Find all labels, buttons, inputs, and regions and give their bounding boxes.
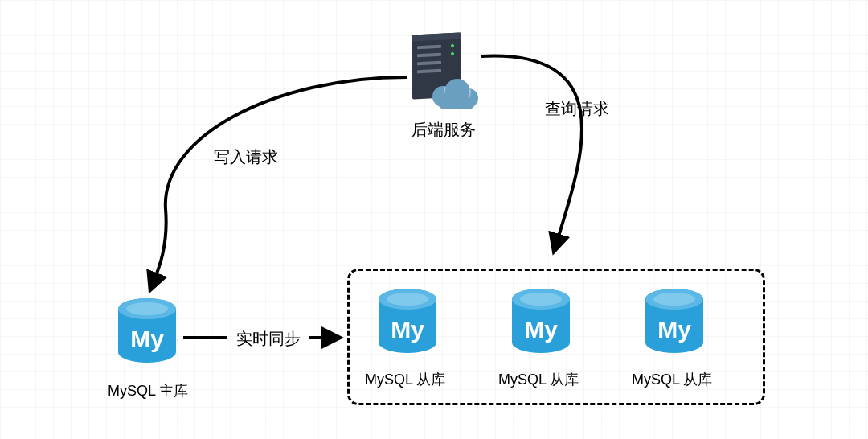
svg-text:My: My — [524, 316, 558, 343]
svg-point-19 — [387, 293, 428, 306]
mysql-master-icon: My — [116, 297, 178, 370]
query-request-label: 查询请求 — [545, 98, 609, 120]
mysql-slave-icon-1: My — [376, 288, 439, 360]
mysql-slave-label-1: MySQL 从库 — [365, 370, 445, 389]
svg-text:My: My — [391, 316, 424, 343]
svg-point-27 — [653, 293, 695, 306]
mysql-slave-label-2: MySQL 从库 — [498, 370, 579, 389]
mysql-slave-icon-2: My — [510, 288, 572, 360]
server-label: 后端服务 — [411, 119, 476, 141]
mysql-slave-icon-3: My — [643, 288, 706, 360]
svg-rect-11 — [438, 96, 475, 109]
write-request-label: 写入请求 — [214, 146, 278, 168]
svg-text:My: My — [130, 326, 164, 352]
svg-text:My: My — [657, 316, 691, 343]
backend-server-icon — [406, 24, 478, 113]
mysql-slave-label-3: MySQL 从库 — [632, 370, 712, 389]
sync-label: 实时同步 — [236, 328, 301, 350]
svg-point-15 — [126, 302, 168, 315]
svg-point-23 — [520, 293, 562, 306]
mysql-master-label: MySQL 主库 — [108, 381, 188, 400]
